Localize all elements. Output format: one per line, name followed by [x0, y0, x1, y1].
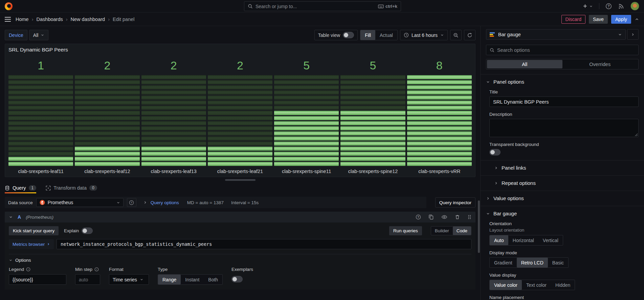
- table-view-toggle[interactable]: [343, 32, 354, 38]
- section-bar-gauge[interactable]: Bar gauge: [486, 211, 639, 216]
- lcd-cell: [407, 80, 472, 84]
- panel-description-input[interactable]: [489, 119, 639, 137]
- keyboard-icon: [378, 4, 384, 9]
- breadcrumb-chevron-icon: ›: [108, 17, 110, 22]
- delete-query-icon[interactable]: [455, 214, 460, 220]
- discard-button[interactable]: Discard: [561, 15, 585, 24]
- filter-tab-all[interactable]: All: [487, 60, 562, 68]
- save-button[interactable]: Save: [589, 15, 608, 24]
- chevron-right-icon: [486, 196, 490, 200]
- visualization-picker[interactable]: Bar gauge: [486, 29, 626, 40]
- option-builder[interactable]: Builder: [431, 227, 453, 235]
- scrollbar-thumb[interactable]: [478, 200, 480, 253]
- section-panel-options[interactable]: Panel options: [486, 79, 639, 85]
- breadcrumb-item[interactable]: Dashboards: [37, 17, 63, 22]
- lcd-cell: [340, 101, 405, 105]
- section-repeat-options[interactable]: Repeat options: [494, 180, 639, 186]
- option-horizontal[interactable]: Horizontal: [508, 235, 538, 245]
- view-mode-switch: FillActual: [360, 30, 398, 40]
- news-rss-icon[interactable]: [618, 3, 624, 9]
- option-code[interactable]: Code: [453, 227, 471, 235]
- option-basic[interactable]: Basic: [548, 258, 568, 267]
- option-hidden[interactable]: Hidden: [551, 280, 575, 290]
- menu-icon[interactable]: [5, 17, 11, 22]
- option-instant[interactable]: Instant: [181, 275, 204, 284]
- lcd-cell: [340, 131, 405, 135]
- chevron-up-icon[interactable]: [635, 17, 639, 22]
- breadcrumb-chevron-icon: ›: [32, 17, 34, 22]
- min-step-input[interactable]: auto: [75, 274, 100, 285]
- filter-tab-overrides[interactable]: Overrides: [562, 60, 638, 68]
- option-vertical[interactable]: Vertical: [538, 235, 563, 245]
- lcd-cell: [75, 101, 139, 105]
- display-mode-switch: GradientRetro LCDBasic: [489, 257, 569, 268]
- user-avatar[interactable]: [630, 2, 639, 10]
- chevron-right-icon: [631, 33, 635, 37]
- grafana-logo[interactable]: [5, 2, 13, 10]
- variable-device-value[interactable]: All: [29, 30, 49, 40]
- kick-start-query-button[interactable]: Kick start your query: [9, 226, 59, 235]
- section-panel-links[interactable]: Panel links: [494, 165, 639, 171]
- lcd-cell: [141, 95, 206, 100]
- lcd-cell: [75, 116, 139, 120]
- transparent-background-toggle[interactable]: [489, 149, 501, 155]
- lcd-cell: [274, 131, 339, 135]
- collapse-options-pane-button[interactable]: [627, 29, 639, 40]
- variable-device[interactable]: Device: [5, 30, 27, 40]
- query-options-link[interactable]: Query options: [151, 200, 179, 205]
- option-gradient[interactable]: Gradient: [490, 258, 517, 267]
- explain-toggle[interactable]: [82, 228, 93, 234]
- options-collapse[interactable]: Options: [9, 258, 471, 263]
- option-text-color[interactable]: Text color: [522, 280, 551, 290]
- tab-transform-data[interactable]: Transform data 0: [46, 185, 97, 193]
- query-inspector-button[interactable]: Query inspector: [435, 197, 475, 208]
- option-retro-lcd[interactable]: Retro LCD: [517, 258, 548, 267]
- lcd-cell: [8, 95, 73, 100]
- metrics-browser-button[interactable]: Metrics browser: [9, 239, 54, 249]
- lcd-cell: [274, 142, 339, 146]
- global-search[interactable]: Search or jump to... ctrl+k: [244, 1, 401, 11]
- query-help-icon[interactable]: ?: [416, 214, 421, 220]
- option-fill[interactable]: Fill: [360, 30, 375, 40]
- datasource-help-button[interactable]: ?: [127, 198, 136, 207]
- zoom-out-button[interactable]: [450, 30, 462, 40]
- legend-input[interactable]: {{source}}: [9, 274, 66, 285]
- query-expression-input[interactable]: network_instance_protocols_bgp_statistic…: [57, 239, 471, 249]
- option-value-color[interactable]: Value color: [490, 280, 522, 290]
- duplicate-query-icon[interactable]: [428, 214, 434, 220]
- options-sidebar: Bar gauge Search options AllOverrides Pa…: [480, 26, 644, 300]
- tab-query[interactable]: Query 1: [5, 185, 36, 193]
- chevron-down-icon[interactable]: [9, 215, 13, 219]
- datasource-picker[interactable]: Prometheus: [36, 198, 124, 207]
- orientation-switch: AutoHorizontalVertical: [489, 235, 563, 245]
- panel-title[interactable]: SRL Dynamic BGP Peers: [8, 47, 472, 56]
- option-range[interactable]: Range: [158, 275, 181, 284]
- option-actual[interactable]: Actual: [375, 30, 397, 40]
- time-range-picker[interactable]: Last 6 hours: [400, 30, 448, 40]
- exemplars-toggle[interactable]: [231, 276, 243, 282]
- lcd-cell: [208, 131, 272, 135]
- search-options-input[interactable]: Search options: [486, 45, 639, 55]
- hide-query-icon[interactable]: [441, 214, 447, 220]
- breadcrumb-item[interactable]: Home: [16, 17, 29, 22]
- option-auto[interactable]: Auto: [490, 235, 508, 245]
- refresh-button[interactable]: [464, 30, 475, 40]
- add-button[interactable]: [582, 3, 593, 9]
- chevron-right-icon[interactable]: [143, 200, 147, 205]
- lcd-cell: [274, 95, 339, 100]
- format-select[interactable]: Time series: [109, 274, 149, 285]
- option-both[interactable]: Both: [204, 275, 222, 284]
- help-icon[interactable]: ?: [605, 3, 612, 9]
- apply-button[interactable]: Apply: [611, 15, 631, 24]
- run-queries-button[interactable]: Run queries: [389, 226, 422, 235]
- query-row-header[interactable]: A (Prometheus) ?: [5, 212, 475, 222]
- main-area: Device All Table view FillActual Last 6 …: [0, 26, 480, 300]
- breadcrumb-item[interactable]: New dashboard: [71, 17, 105, 22]
- panel-resize-handle[interactable]: [225, 179, 256, 181]
- panel-title-input[interactable]: SRL Dynamic BGP Peers: [489, 97, 639, 107]
- help-icon: ?: [129, 200, 134, 205]
- lcd-cell: [208, 162, 272, 166]
- lcd-cell: [75, 136, 139, 141]
- drag-handle-icon[interactable]: [467, 214, 471, 220]
- section-value-options[interactable]: Value options: [486, 195, 639, 201]
